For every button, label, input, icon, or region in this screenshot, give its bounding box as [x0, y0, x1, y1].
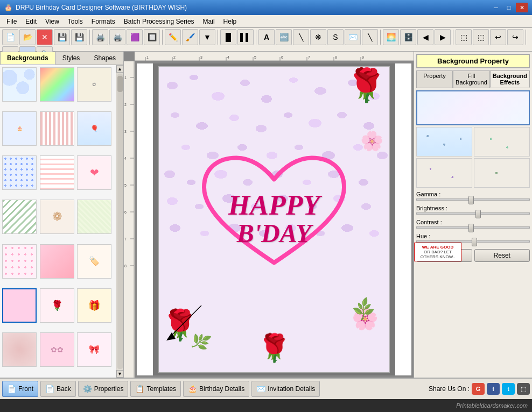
brightness-handle[interactable]: [475, 210, 481, 218]
bg-thumb-bubbles[interactable]: [2, 67, 37, 102]
thumbnail-grid: ✿ 🎂 🎈 ❤ ❁ 🏷️ 🌹 🎁: [0, 65, 116, 378]
toolbar-print2[interactable]: 🖨️: [109, 29, 125, 45]
bg-effect-thumb-3[interactable]: [474, 127, 530, 157]
toolbar-barcode[interactable]: ▐▌: [220, 29, 236, 45]
bg-thumb-stripes-v[interactable]: [40, 111, 74, 146]
bg-thumb-red-flowers[interactable]: 🌹: [40, 288, 74, 323]
bg-thumb-pink-med[interactable]: [40, 244, 74, 279]
minimize-button[interactable]: ─: [490, 3, 502, 12]
hue-handle[interactable]: [472, 238, 477, 246]
bg-effect-thumb-5[interactable]: [474, 158, 530, 188]
toolbar-text2[interactable]: 🔤: [276, 29, 292, 45]
toolbar-nav-left[interactable]: ◀: [417, 29, 433, 45]
menu-tools[interactable]: Tools: [64, 16, 87, 27]
invitation-details-button[interactable]: ✉️ Invitation Details: [251, 381, 320, 397]
toolbar-print[interactable]: 🖨️: [92, 29, 108, 45]
tab-styles[interactable]: Styles: [55, 52, 87, 65]
bg-effect-thumb-1[interactable]: [416, 90, 530, 125]
menu-formats[interactable]: Formats: [87, 16, 120, 27]
bg-thumb-cream[interactable]: ✿: [77, 67, 111, 102]
toolbar-line2[interactable]: ╲: [362, 29, 378, 45]
toolbar-nav-right[interactable]: ▶: [435, 29, 451, 45]
scroll-up-btn[interactable]: ▲: [116, 65, 124, 73]
bg-thumb-balloons[interactable]: 🎈: [77, 111, 111, 146]
toolbar-barcode2[interactable]: ▌▌: [237, 29, 254, 45]
toolbar-save[interactable]: 💾: [54, 29, 70, 45]
bg-thumb-rose-bg[interactable]: [2, 332, 37, 367]
bg-thumb-light-pattern[interactable]: [77, 200, 111, 234]
toolbar-color2[interactable]: 🔲: [144, 29, 160, 45]
menu-file[interactable]: File: [2, 16, 21, 27]
toolbar-save2[interactable]: 💾: [71, 29, 87, 45]
toolbar-shape[interactable]: S: [327, 29, 344, 45]
bg-thumb-pink-light[interactable]: [2, 288, 37, 323]
bg-thumb-stripes-h[interactable]: [40, 155, 74, 190]
toolbar-close[interactable]: ✕: [37, 29, 53, 45]
toolbar-img2[interactable]: 🗄️: [400, 29, 416, 45]
toolbar-line[interactable]: ╲: [293, 29, 309, 45]
gamma-handle[interactable]: [468, 196, 474, 204]
bg-thumb-ornate[interactable]: ❁: [40, 200, 74, 234]
toolbar-copy[interactable]: ⬚: [456, 29, 472, 45]
front-label: Front: [18, 385, 33, 393]
bg-effect-thumb-2[interactable]: [416, 127, 472, 157]
google-share-btn[interactable]: G: [472, 383, 485, 395]
bg-thumb-birthday[interactable]: 🎂: [2, 111, 37, 146]
toolbar-pen[interactable]: ✏️: [165, 29, 181, 45]
svg-text:1: 1: [146, 55, 149, 59]
menu-help[interactable]: Help: [219, 16, 241, 27]
brightness-track[interactable]: [416, 212, 530, 215]
gamma-track[interactable]: [416, 198, 530, 201]
bg-property-header: Background Property: [416, 54, 530, 68]
contrast-track[interactable]: [416, 226, 530, 229]
bg-thumb-rainbow[interactable]: [40, 67, 74, 102]
bg-thumb-gift[interactable]: 🎁: [77, 288, 111, 323]
properties-button[interactable]: ⚙️ Properties: [78, 381, 129, 397]
bg-effect-thumb-4[interactable]: [416, 158, 472, 188]
bg-thumb-dots[interactable]: [2, 155, 37, 190]
bg-thumb-ribbon[interactable]: 🎀: [77, 332, 111, 367]
menu-edit[interactable]: Edit: [21, 16, 41, 27]
toolbar-email[interactable]: ✉️: [345, 29, 361, 45]
titlebar-left: 🎂 DRPU Birthday Card Designer Software (…: [4, 4, 187, 11]
tab-background-effects[interactable]: Background Effects: [490, 70, 530, 88]
templates-button[interactable]: 📋 Templates: [130, 381, 181, 397]
facebook-share-btn[interactable]: f: [487, 383, 500, 395]
birthday-details-button[interactable]: 🎂 Birthday Details: [183, 381, 249, 397]
toolbar-undo[interactable]: ↩: [490, 29, 506, 45]
reset-button[interactable]: Reset: [474, 249, 530, 262]
scroll-thumb[interactable]: [117, 76, 123, 92]
menu-batch-processing[interactable]: Batch Processing Series: [120, 16, 199, 27]
scroll-down-btn[interactable]: ▼: [116, 370, 124, 378]
tab-property[interactable]: Property: [416, 70, 453, 88]
tab-shapes[interactable]: Shapes: [87, 52, 123, 65]
toolbar-brush[interactable]: 🖌️: [182, 29, 198, 45]
toolbar-text[interactable]: A: [258, 29, 275, 45]
bg-thumb-pink-dots[interactable]: [2, 244, 37, 279]
toolbar-new[interactable]: 📄: [2, 29, 18, 45]
share-icon2[interactable]: ⬚: [517, 383, 530, 395]
front-button[interactable]: 📄 Front: [2, 381, 38, 397]
tab-backgrounds[interactable]: Backgrounds: [0, 52, 55, 65]
toolbar-dropdown1[interactable]: ▼: [199, 29, 215, 45]
twitter-share-btn[interactable]: t: [502, 383, 515, 395]
toolbar-redo[interactable]: ↪: [507, 29, 523, 45]
share-label: Share Us On :: [429, 385, 470, 393]
toolbar-color1[interactable]: 🟪: [127, 29, 143, 45]
bg-thumb-pink2[interactable]: ✿✿: [40, 332, 74, 367]
bg-thumb-stamp[interactable]: 🏷️: [77, 244, 111, 279]
toolbar-paste[interactable]: ⬚: [473, 29, 489, 45]
menu-mail[interactable]: Mail: [199, 16, 219, 27]
toolbar-symbol[interactable]: ❋: [310, 29, 326, 45]
toolbar-open[interactable]: 📂: [19, 29, 36, 45]
back-button[interactable]: 📄 Back: [40, 381, 76, 397]
toolbar-img1[interactable]: 🌅: [383, 29, 399, 45]
contrast-handle[interactable]: [468, 224, 474, 232]
tab-fill-background[interactable]: Fill Background: [453, 70, 490, 88]
left-scrollbar[interactable]: ▲ ▼: [116, 65, 123, 378]
maximize-button[interactable]: □: [503, 3, 515, 12]
close-button[interactable]: ✕: [516, 3, 528, 12]
menu-view[interactable]: View: [41, 16, 64, 27]
bg-thumb-hearts[interactable]: ❤: [77, 155, 111, 190]
bg-thumb-green-stripes[interactable]: [2, 200, 37, 234]
